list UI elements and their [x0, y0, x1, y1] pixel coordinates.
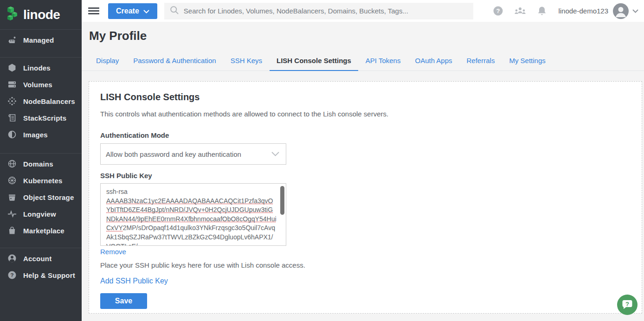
nodebalancers-icon	[7, 96, 17, 106]
sidebar-divider	[0, 57, 82, 58]
floating-help-button[interactable]: ?	[617, 295, 638, 315]
avatar[interactable]	[613, 3, 629, 19]
authentication-mode-select[interactable]: Allow both password and key authenticati…	[100, 143, 286, 165]
tab-my-settings[interactable]: My Settings	[502, 53, 552, 71]
user-menu-chevron-icon[interactable]	[632, 9, 638, 13]
images-icon	[7, 130, 17, 139]
top-header: Create ?	[82, 0, 644, 22]
notifications-bell-icon[interactable]	[537, 6, 547, 16]
linode-logo[interactable]: linode	[0, 0, 82, 30]
sidebar-item-longview[interactable]: Longview	[0, 205, 82, 222]
tab-api-tokens[interactable]: API Tokens	[359, 53, 408, 71]
search-input[interactable]	[184, 7, 468, 15]
linodes-icon	[7, 63, 17, 72]
shopping-bag-icon	[7, 226, 17, 235]
hamburger-menu-icon[interactable]	[88, 5, 99, 17]
sidebar-item-managed[interactable]: Managed	[0, 32, 82, 48]
tab-password-authentication[interactable]: Password & Authentication	[126, 53, 223, 71]
logo-wordmark: linode	[23, 7, 60, 22]
lish-settings-panel: LISH Console Settings This controls what…	[89, 81, 642, 314]
global-search[interactable]	[164, 3, 474, 19]
authentication-mode-label: Authentication Mode	[100, 131, 631, 139]
sidebar-item-kubernetes[interactable]: Kubernetes	[0, 172, 82, 189]
authentication-mode-value: Allow both password and key authenticati…	[106, 150, 241, 158]
volumes-icon	[7, 80, 17, 89]
chevron-down-icon	[143, 7, 149, 15]
sidebar-divider	[0, 153, 82, 154]
account-icon	[7, 254, 17, 263]
domains-icon	[7, 159, 17, 168]
textarea-scrollbar[interactable]	[280, 186, 284, 215]
sidebar-item-images[interactable]: Images	[0, 126, 82, 143]
community-icon[interactable]	[514, 6, 527, 16]
kubernetes-icon	[7, 176, 17, 185]
sidebar-item-nodebalancers[interactable]: NodeBalancers	[0, 93, 82, 109]
remove-key-link[interactable]: Remove	[100, 248, 126, 256]
sidebar-item-linodes[interactable]: Linodes	[0, 59, 82, 76]
ssh-key-prefix: ssh-rsa	[106, 188, 129, 195]
sidebar-item-domains[interactable]: Domains	[0, 155, 82, 172]
section-title: LISH Console Settings	[100, 92, 631, 103]
tab-ssh-keys[interactable]: SSH Keys	[224, 53, 269, 71]
create-button[interactable]: Create	[108, 3, 157, 19]
sidebar-item-stackscripts[interactable]: StackScripts	[0, 109, 82, 126]
save-button[interactable]: Save	[100, 293, 147, 309]
select-chevron-down-icon	[271, 150, 279, 158]
help-icon[interactable]: ?	[493, 6, 503, 16]
sidebar: linode Managed Linodes	[0, 0, 82, 321]
chat-question-icon: ?	[621, 298, 634, 312]
tab-lish-console-settings[interactable]: LISH Console Settings	[270, 53, 358, 71]
question-circle-icon: ?	[7, 270, 17, 280]
sidebar-item-object-storage[interactable]: Object Storage	[0, 189, 82, 205]
sidebar-item-marketplace[interactable]: Marketplace	[0, 222, 82, 239]
managed-icon	[7, 35, 17, 45]
add-ssh-public-key-link[interactable]: Add SSH Public Key	[100, 277, 168, 285]
search-icon	[170, 6, 179, 17]
section-description: This controls what authentication method…	[100, 110, 631, 118]
svg-text:?: ?	[10, 272, 13, 278]
page-title: My Profile	[89, 29, 644, 43]
ssh-key-tail: 2MP/sDrOpaqf14d1qulko3YNkFrzqsgc3o5Quil7…	[106, 224, 275, 246]
ssh-public-key-label: SSH Public Key	[100, 172, 631, 180]
username[interactable]: linode-demo123	[558, 7, 608, 15]
ssh-key-help-text: Place your SSH public keys here for use …	[100, 261, 631, 269]
profile-tabs: Display Password & Authentication SSH Ke…	[82, 53, 644, 71]
pulse-icon	[7, 209, 17, 218]
bucket-icon	[7, 193, 17, 202]
stackscripts-icon	[7, 113, 17, 122]
tab-referrals[interactable]: Referrals	[460, 53, 502, 71]
tab-display[interactable]: Display	[89, 53, 126, 71]
sidebar-item-volumes[interactable]: Volumes	[0, 76, 82, 93]
sidebar-divider	[0, 248, 82, 248]
sidebar-item-help-support[interactable]: ? Help & Support	[0, 267, 82, 283]
linode-logo-icon	[6, 6, 19, 24]
sidebar-item-account[interactable]: Account	[0, 250, 82, 267]
tab-oauth-apps[interactable]: OAuth Apps	[408, 53, 459, 71]
main-area: Create ?	[82, 0, 644, 321]
svg-text:?: ?	[625, 300, 629, 307]
svg-text:?: ?	[496, 7, 500, 14]
ssh-public-key-textarea[interactable]: ssh-rsa AAAAB3NzaC1yc2EAAAADAQABAAACAQCi…	[100, 183, 286, 246]
